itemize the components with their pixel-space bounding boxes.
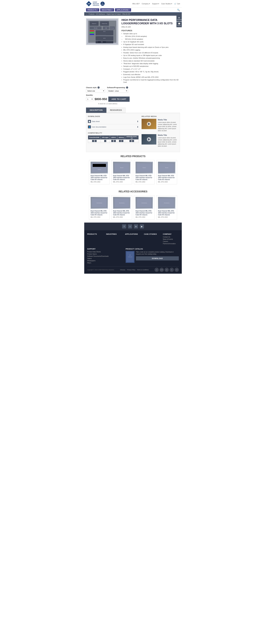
- search-icon[interactable]: 🔍: [177, 8, 180, 12]
- footer-links: Glossary Privacy Policy Terms & Conditio…: [120, 269, 149, 270]
- contact-icon: ✉: [177, 16, 181, 19]
- footer-software-docs[interactable]: Software Documents/Downloads: [87, 256, 123, 257]
- product-image-svg: Power In Power Out RS-232 USB SD Card I/…: [87, 19, 118, 44]
- features-list: Sample rates up to: 250 kHz (18 & 24-bit…: [122, 32, 180, 83]
- related-product-sku-0: MIL-STD-1553: [91, 181, 108, 183]
- facebook-icon[interactable]: f: [122, 224, 126, 228]
- quantity-stepper[interactable]: 123: [86, 98, 93, 101]
- tab-description[interactable]: DESCRIPTION: [86, 108, 106, 113]
- applications-nav-arrow: ▾: [129, 9, 130, 11]
- chassis-label: Chassis style: i: [86, 86, 105, 88]
- industries-nav-btn[interactable]: INDUSTRIES ▾: [100, 8, 114, 12]
- feature-5: Flexible: Select from over 25 different …: [122, 52, 180, 54]
- svg-text:I/O 2: I/O 2: [103, 38, 106, 39]
- footer-faqs[interactable]: FAQ's: [87, 262, 123, 264]
- chat-button[interactable]: 💬 CHAT: [176, 22, 182, 27]
- related-product-0[interactable]: Board Dual Channel MIL-STD-1553 interfac…: [89, 160, 110, 184]
- qty-price-area: Quantity: 123 $800-950 ADD TO CART In st…: [84, 94, 182, 106]
- footer-careers[interactable]: Careers: [163, 241, 179, 242]
- features-title: FEATURES: [122, 30, 180, 32]
- nav-company[interactable]: Company ▾: [142, 3, 150, 5]
- badge-10-years: 10: [154, 268, 159, 272]
- related-accessory-sku-0: MIL-STD-1553: [91, 216, 108, 218]
- cart[interactable]: 🛒 Cart: [174, 3, 180, 5]
- related-product-img-2: Board: [135, 162, 153, 174]
- footer-product-specs[interactable]: Product Specs: [87, 253, 123, 255]
- play-button-1[interactable]: [147, 137, 151, 142]
- footer-news-events[interactable]: News & Events: [163, 238, 179, 240]
- related-product-3[interactable]: Board Dual Channel MIL-STD-1553 interfac…: [156, 160, 177, 184]
- software-info-icon[interactable]: i: [126, 86, 128, 88]
- footer-col-industries: INDUSTRIES: [106, 233, 122, 245]
- related-accessory-3[interactable]: Accessory Dual Channel MIL-STD-1553 inte…: [156, 195, 177, 220]
- product-image: Power In Power Out RS-232 USB SD Card I/…: [86, 18, 119, 45]
- media-thumb-0[interactable]: [141, 119, 156, 129]
- chassis-select[interactable]: Select one: [86, 89, 105, 93]
- related-product-title-3: Dual Channel MIL-STD-1553 interface boar…: [158, 175, 175, 180]
- footer-products-title: PRODUCTS: [87, 233, 103, 235]
- nav-support[interactable]: Support ▾: [152, 3, 159, 5]
- related-accessory-0[interactable]: Accessory Dual Channel MIL-STD-1553 inte…: [89, 195, 110, 220]
- footer-badges: 10 100% AN ⊕ CE: [154, 268, 179, 272]
- breadcrumb-digital[interactable]: Digital Input & Output: [107, 13, 121, 15]
- products-nav-btn[interactable]: PRODUCTS ▾: [86, 8, 99, 12]
- related-accessories-title: RELATED ACCESSORIES: [86, 190, 180, 193]
- nav-why-uei[interactable]: Why UEI?: [132, 3, 140, 4]
- compat-header-1: UEILogger: [101, 136, 110, 140]
- footer-partners[interactable]: Partners/Innovation: [163, 243, 179, 244]
- svg-text:Power In: Power In: [92, 23, 96, 24]
- contact-button[interactable]: ✉ CONTACT: [176, 16, 182, 21]
- svg-text:I/O 1: I/O 1: [103, 31, 106, 32]
- svg-text:Board: Board: [120, 167, 123, 168]
- twitter-icon[interactable]: t: [128, 224, 132, 228]
- related-product-1[interactable]: Board Dual Channel MIL-STD-1553 interfac…: [112, 160, 132, 184]
- datasheet-download-icon[interactable]: ⬇: [137, 120, 139, 122]
- media-thumb-1[interactable]: [141, 134, 156, 144]
- software-label: Software/Programming: i: [107, 86, 128, 88]
- related-accessory-1[interactable]: Accessory Dual Channel MIL-STD-1553 inte…: [112, 195, 132, 220]
- feature-0a: 250 kHz (18 & 24-bit samples): [122, 35, 180, 38]
- chassis-info-icon[interactable]: i: [98, 86, 100, 88]
- add-to-cart-button[interactable]: ADD TO CART: [108, 96, 130, 102]
- userdoc-download-icon[interactable]: ⬇: [137, 126, 139, 128]
- check-0a: [92, 140, 94, 142]
- footer-glossary[interactable]: Glossary: [120, 269, 125, 270]
- footer-videos[interactable]: Videos: [87, 258, 123, 259]
- svg-text:USB: USB: [105, 28, 107, 28]
- feature-0: Sample rates up to:: [122, 32, 180, 35]
- footer-contact-us[interactable]: Contact Us: [163, 236, 179, 238]
- svg-text:RS-232: RS-232: [94, 28, 97, 28]
- feature-11: Compact—4" x 4.1" x 4": [122, 68, 180, 70]
- related-accessory-2[interactable]: Accessory Dual Channel MIL-STD-1553 inte…: [134, 195, 154, 220]
- footer-terms[interactable]: Terms & Conditions: [137, 269, 149, 270]
- svg-text:Board: Board: [142, 167, 146, 168]
- badge-100-percent: 100%: [160, 268, 164, 272]
- breadcrumb-io[interactable]: I/O Interfaces: [96, 13, 105, 15]
- related-accessory-img-0: Accessory: [91, 197, 108, 209]
- related-product-2[interactable]: Board Dual Channel MIL-STD-1553 interfac…: [134, 160, 154, 184]
- breadcrumb-products[interactable]: Products: [89, 13, 94, 15]
- feature-12: Rugged (tested -40 to +85 °C, 5g vib, 50…: [122, 71, 180, 73]
- footer-applications-title: APPLICATIONS: [125, 233, 141, 235]
- linkedin-icon[interactable]: in: [134, 224, 138, 228]
- youtube-icon[interactable]: ▶: [140, 224, 144, 228]
- play-button-0[interactable]: [147, 122, 151, 126]
- play-triangle-0: [148, 123, 150, 125]
- related-accessory-sku-2: MIL-STD-1553: [135, 216, 153, 218]
- tab-resources[interactable]: RESOURCES: [106, 108, 126, 113]
- software-select[interactable]: Hosted - Linux: [107, 89, 128, 93]
- media-desc-0: Lorem ipsum dolor sit amet, consec adipi…: [158, 122, 178, 132]
- nav-case-studies[interactable]: Case Studies ▾: [161, 3, 172, 5]
- badge-ce: CE: [175, 268, 179, 272]
- footer-whitepapers[interactable]: Whitepapers: [87, 260, 123, 262]
- related-accessory-title-2: Dual Channel MIL-STD-1553 interface boar…: [135, 210, 153, 216]
- footer-privacy[interactable]: Privacy Policy: [127, 269, 135, 270]
- feature-14: Logs from Serial, ARINC-429 and MIL-STD-…: [122, 76, 180, 78]
- catalog-download-button[interactable]: DOWNLOAD: [136, 256, 179, 260]
- brand-text: United Electronic Industries: [93, 1, 99, 6]
- footer-product-data-sheets[interactable]: Product Data Sheets: [87, 251, 123, 252]
- footer-copyright: Copyright © 2016 United Electronic Indus…: [87, 269, 114, 270]
- applications-nav-btn[interactable]: APPLICATIONS ▾: [115, 8, 131, 12]
- downloads-title: DOWNLOADS: [88, 116, 139, 117]
- related-accessory-sku-1: MIL-STD-1553: [113, 216, 131, 218]
